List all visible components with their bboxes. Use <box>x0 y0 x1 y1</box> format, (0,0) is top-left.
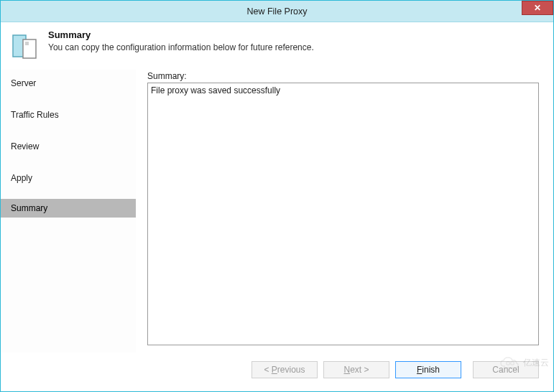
wizard-main: Summary: File proxy was saved successful… <box>136 70 553 353</box>
cancel-button[interactable]: Cancel <box>473 361 539 378</box>
svg-rect-2 <box>25 42 29 45</box>
wizard-footer: < Previous Next > Finish Cancel <box>1 353 553 391</box>
window-title: New File Proxy <box>246 6 307 17</box>
wizard-header: Summary You can copy the configuration i… <box>1 22 553 70</box>
wizard-body: Server Traffic Rules Review Apply Summar… <box>1 70 553 353</box>
wizard-header-text: Summary You can copy the configuration i… <box>48 29 314 52</box>
wizard-heading: Summary <box>48 29 314 40</box>
summary-text: File proxy was saved successfully <box>151 85 280 95</box>
svg-rect-1 <box>23 39 36 58</box>
close-icon: ✕ <box>534 3 541 13</box>
dialog-window: New File Proxy ✕ Summary You can copy th… <box>0 0 554 392</box>
previous-button[interactable]: < Previous <box>251 361 318 378</box>
wizard-subtext: You can copy the configuration informati… <box>48 42 314 52</box>
step-review[interactable]: Review <box>1 136 136 157</box>
close-button[interactable]: ✕ <box>522 1 553 15</box>
titlebar: New File Proxy ✕ <box>1 1 553 22</box>
finish-button[interactable]: Finish <box>395 361 461 378</box>
wizard-steps: Server Traffic Rules Review Apply Summar… <box>1 70 136 353</box>
summary-textarea[interactable]: File proxy was saved successfully <box>147 83 539 345</box>
step-server[interactable]: Server <box>1 73 136 94</box>
summary-label: Summary: <box>147 71 539 81</box>
step-summary[interactable]: Summary <box>1 199 136 218</box>
step-apply[interactable]: Apply <box>1 167 136 189</box>
wizard-icon <box>11 32 40 61</box>
next-button[interactable]: Next > <box>323 361 389 378</box>
step-traffic-rules[interactable]: Traffic Rules <box>1 104 136 126</box>
